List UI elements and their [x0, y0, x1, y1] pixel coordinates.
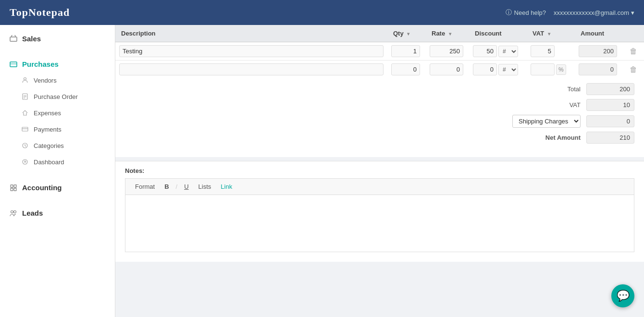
- row2-description-cell: [115, 61, 387, 79]
- sidebar-item-expenses[interactable]: Expenses: [0, 105, 115, 121]
- items-table-container: Description Qty ▾ Rate ▾ Discount: [115, 25, 644, 78]
- categories-icon: [21, 142, 29, 149]
- sidebar-item-purchases[interactable]: Purchases: [0, 54, 115, 72]
- sidebar-item-sales[interactable]: Sales: [0, 29, 115, 47]
- table-row: # % % 0: [115, 61, 644, 79]
- row2-discount-symbol[interactable]: # %: [498, 64, 518, 75]
- row2-delete-cell: 🗑: [623, 61, 644, 79]
- sidebar-item-accounting[interactable]: Accounting: [0, 178, 115, 195]
- vat-label: VAT: [523, 101, 581, 109]
- col-discount: Discount: [469, 25, 527, 42]
- row1-rate-cell: [426, 42, 469, 61]
- items-table: Description Qty ▾ Rate ▾ Discount: [115, 25, 644, 78]
- summary-area: Total 200 VAT 10 Shipping Charges 0 Net …: [115, 78, 644, 157]
- expenses-icon: [21, 109, 29, 117]
- row1-rate-input[interactable]: [430, 45, 463, 57]
- help-icon: ⓘ: [506, 8, 512, 17]
- rate-sort-icon[interactable]: ▾: [449, 31, 451, 37]
- shipping-row: Shipping Charges 0: [125, 115, 634, 128]
- net-amount-row: Net Amount 210: [125, 132, 634, 144]
- col-description: Description: [115, 25, 387, 42]
- row2-qty-input[interactable]: [391, 63, 420, 75]
- notes-format-button[interactable]: Format: [131, 182, 159, 192]
- sidebar-section-purchases: Purchases Vendors: [0, 50, 115, 174]
- chat-icon: 💬: [617, 290, 630, 302]
- svg-point-3: [24, 78, 26, 80]
- layout: Sales Purchases: [0, 0, 644, 317]
- row1-discount-input[interactable]: [473, 45, 497, 57]
- net-amount-value: 210: [586, 132, 634, 144]
- help-link[interactable]: ⓘ Need help?: [506, 8, 546, 17]
- row1-vat-cell: [527, 42, 575, 61]
- svg-rect-17: [11, 188, 13, 191]
- chat-button[interactable]: 💬: [611, 284, 634, 307]
- row2-amount-cell: 0: [575, 61, 623, 79]
- sidebar-item-dashboard[interactable]: Dashboard: [0, 154, 115, 170]
- svg-rect-16: [14, 185, 16, 187]
- total-value: 200: [586, 83, 634, 95]
- row2-amount-display: 0: [579, 63, 617, 75]
- row2-vat-input[interactable]: [531, 63, 555, 75]
- payments-icon: [21, 125, 29, 133]
- svg-rect-15: [11, 185, 13, 187]
- sales-icon: [10, 35, 17, 43]
- svg-point-20: [14, 210, 16, 213]
- sidebar-item-purchase-order[interactable]: Purchase Order: [0, 88, 115, 105]
- row2-discount-input[interactable]: [473, 63, 497, 75]
- col-rate: Rate ▾: [426, 25, 469, 42]
- row1-vat-input[interactable]: [531, 45, 555, 57]
- logo: TopNotepad: [10, 6, 70, 19]
- vat-value: 10: [586, 99, 634, 111]
- shipping-charges-select[interactable]: Shipping Charges: [512, 115, 581, 128]
- shipping-value: 0: [586, 115, 634, 127]
- header: TopNotepad ⓘ Need help? xxxxxxxxxxxxx@gm…: [0, 0, 644, 25]
- sidebar-item-payments[interactable]: Payments: [0, 121, 115, 137]
- header-right: ⓘ Need help? xxxxxxxxxxxxx@gmail.com ▾: [506, 8, 634, 17]
- row1-amount-cell: 200: [575, 42, 623, 61]
- row2-delete-button[interactable]: 🗑: [627, 64, 640, 75]
- svg-rect-0: [10, 37, 17, 41]
- notes-underline-button[interactable]: U: [180, 182, 192, 192]
- toolbar-divider: /: [176, 183, 178, 190]
- notes-editor[interactable]: [125, 195, 634, 252]
- row1-delete-cell: 🗑: [623, 42, 644, 61]
- sidebar-section-accounting: Accounting: [0, 174, 115, 199]
- row2-rate-cell: [426, 61, 469, 79]
- row1-qty-input[interactable]: [391, 45, 420, 57]
- qty-sort-icon[interactable]: ▾: [407, 31, 409, 37]
- row1-description-input[interactable]: [119, 45, 384, 57]
- notes-label: Notes:: [115, 161, 644, 178]
- notes-area: Notes: Format B / U Lists Link: [115, 161, 644, 262]
- vat-row: VAT 10: [125, 99, 634, 111]
- row2-vat-unit: %: [556, 64, 566, 75]
- row1-discount-symbol[interactable]: # %: [498, 46, 518, 57]
- total-label: Total: [523, 85, 581, 93]
- net-amount-label: Net Amount: [523, 134, 581, 141]
- user-menu[interactable]: xxxxxxxxxxxxx@gmail.com ▾: [554, 9, 634, 16]
- purchases-icon: [10, 61, 17, 68]
- row2-discount-cell: # %: [469, 61, 527, 79]
- row2-rate-input[interactable]: [430, 63, 463, 75]
- purchase-order-icon: [21, 93, 29, 100]
- vendors-icon: [21, 76, 29, 84]
- svg-rect-1: [10, 62, 17, 67]
- vat-sort-icon[interactable]: ▾: [548, 31, 550, 37]
- total-row: Total 200: [125, 83, 634, 95]
- row1-description-cell: [115, 42, 387, 61]
- dashboard-icon: [21, 158, 29, 166]
- row2-vat-cell: %: [527, 61, 575, 79]
- notes-bold-button[interactable]: B: [161, 182, 173, 192]
- row1-delete-button[interactable]: 🗑: [627, 46, 640, 57]
- row2-description-input[interactable]: [119, 63, 384, 75]
- notes-lists-button[interactable]: Lists: [195, 182, 215, 192]
- notes-toolbar: Format B / U Lists Link: [125, 178, 634, 195]
- sidebar-item-categories[interactable]: Categories: [0, 137, 115, 154]
- svg-rect-18: [14, 188, 16, 191]
- col-vat: VAT ▾: [527, 25, 575, 42]
- notes-link-button[interactable]: Link: [217, 182, 236, 192]
- col-qty: Qty ▾: [387, 25, 426, 42]
- sidebar-item-vendors[interactable]: Vendors: [0, 72, 115, 88]
- col-actions: [623, 25, 644, 42]
- sidebar-section-leads: Leads: [0, 199, 115, 225]
- sidebar-item-leads[interactable]: Leads: [0, 203, 115, 221]
